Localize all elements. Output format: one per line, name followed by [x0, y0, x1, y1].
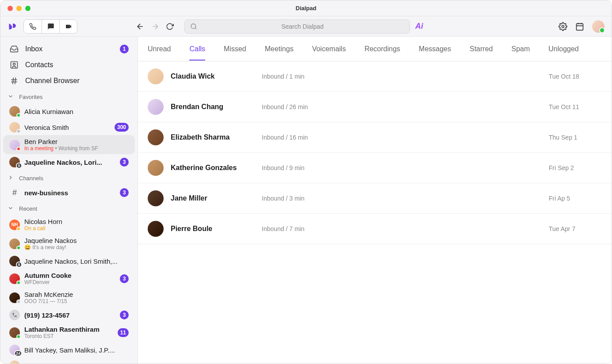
badge: 3: [120, 311, 129, 319]
video-button[interactable]: [59, 20, 77, 33]
tab-calls[interactable]: Calls: [189, 38, 205, 60]
toolbar: Ai: [0, 16, 612, 37]
app-logo[interactable]: [8, 21, 18, 32]
chevron-down-icon: [8, 93, 15, 101]
avatar: [148, 99, 164, 115]
tab-missed[interactable]: Missed: [224, 38, 246, 60]
section-label: Favorites: [19, 94, 42, 100]
call-date: Fri Sep 2: [549, 164, 602, 171]
recent-item[interactable]: 24 Bill Yackey, Sam Maliksi, J.P....: [3, 342, 135, 358]
channel-item[interactable]: # new-business 3: [3, 185, 135, 201]
call-name: Jane Miller: [171, 194, 255, 202]
search-box[interactable]: [184, 19, 410, 34]
refresh-button[interactable]: [166, 23, 174, 30]
ai-icon[interactable]: Ai: [415, 22, 423, 31]
call-name: Elizabeth Sharma: [171, 133, 255, 141]
calls-list: Claudia Wick Inbound / 1 min Tue Oct 18 …: [138, 61, 612, 364]
call-date: Fri Ap 5: [549, 195, 602, 202]
section-label: Recent: [19, 205, 37, 212]
nav-inbox[interactable]: Inbox 1: [0, 41, 138, 57]
badge: 11: [118, 328, 129, 337]
call-row[interactable]: Elizabeth Sharma Inbound / 16 min Thu Se…: [138, 122, 612, 153]
tab-unread[interactable]: Unread: [148, 38, 171, 60]
nav-contacts[interactable]: Contacts: [0, 57, 138, 73]
message-button[interactable]: [42, 20, 59, 33]
svg-point-2: [191, 24, 196, 29]
tab-messages[interactable]: Messages: [419, 38, 451, 60]
badge: 300: [115, 123, 129, 132]
contact-name: Alicia Kurniawan: [24, 108, 129, 115]
contact-name: Bill Yackey, Sam Maliksi, J.P....: [24, 346, 129, 354]
nav-label: Channel Browser: [25, 77, 80, 85]
tab-starred[interactable]: Starred: [470, 38, 493, 60]
recent-item[interactable]: Jaqueline Nackos 😄 It's a new day!: [3, 234, 135, 253]
contact-status: Toronto EST: [24, 333, 113, 339]
recent-header[interactable]: Recent: [0, 201, 138, 215]
favorite-item-selected[interactable]: Ben Parker In a meeting • Working from S…: [3, 135, 135, 154]
contact-name: Jaqueline Nackos: [24, 237, 129, 244]
calendar-button[interactable]: [575, 22, 584, 31]
hash-icon: [9, 76, 19, 85]
section-label: Channels: [19, 175, 43, 182]
phone-button[interactable]: [24, 20, 42, 33]
call-name: Brendan Chang: [171, 103, 255, 111]
call-detail: Inbound / 3 min: [262, 195, 542, 202]
window-title: Dialpad: [296, 5, 317, 11]
favorites-header[interactable]: Favorites: [0, 89, 138, 103]
call-row[interactable]: Jane Miller Inbound / 3 min Fri Ap 5: [138, 183, 612, 214]
favorite-item[interactable]: 9 Jaqueline Nackos, Lori... 3: [3, 154, 135, 170]
call-row[interactable]: Katherine Gonzales Inbound / 9 min Fri S…: [138, 153, 612, 183]
favorite-item[interactable]: Veronica Smith 300: [3, 119, 135, 135]
contact-name: Jaqueline Nackos, Lori Smith,...: [24, 258, 129, 265]
recent-item[interactable]: Dan OConnell: [3, 358, 135, 364]
call-date: Thu Sep 1: [549, 134, 602, 141]
contact-name: Sarah McKenzie: [24, 291, 129, 298]
svg-rect-5: [577, 23, 583, 30]
tab-meetings[interactable]: Meetings: [265, 38, 294, 60]
tab-spam[interactable]: Spam: [511, 38, 530, 60]
window-minimize-button[interactable]: [16, 6, 22, 11]
avatar: [148, 129, 164, 145]
back-button[interactable]: [136, 22, 145, 31]
search-icon: [190, 23, 197, 30]
contacts-icon: [9, 61, 19, 69]
call-detail: Inbound / 1 min: [262, 73, 542, 80]
contact-name: Lathankan Rasenthiram: [24, 326, 113, 333]
recent-item[interactable]: Lathankan Rasenthiram Toronto EST 11: [3, 323, 135, 342]
call-name: Katherine Gonzales: [171, 164, 255, 172]
call-detail: Inbound / 26 min: [262, 103, 542, 110]
contact-status: OOO 7/11 — 7/15: [24, 298, 129, 304]
phone-icon: [9, 310, 20, 320]
call-row[interactable]: Pierre Boule Inbound / 7 min Tue Apr 7: [138, 214, 612, 244]
contact-status: 😄 It's a new day!: [24, 244, 129, 250]
svg-point-4: [562, 25, 564, 27]
badge: 3: [120, 188, 129, 197]
contact-status: WFDenver: [24, 279, 115, 285]
nav-label: Contacts: [25, 61, 53, 69]
recent-item[interactable]: 9 Jaqueline Nackos, Lori Smith,...: [3, 253, 135, 269]
call-row[interactable]: Claudia Wick Inbound / 1 min Tue Oct 18: [138, 61, 612, 92]
call-row[interactable]: Brendan Chang Inbound / 26 min Tue Oct 1…: [138, 92, 612, 122]
chevron-down-icon: [8, 205, 15, 212]
settings-button[interactable]: [558, 22, 567, 31]
recent-item[interactable]: (919) 123-4567 3: [3, 307, 135, 323]
search-input[interactable]: [201, 23, 404, 30]
favorite-item[interactable]: Alicia Kurniawan: [3, 103, 135, 119]
badge: 3: [120, 158, 129, 167]
forward-button[interactable]: [151, 22, 160, 31]
window-close-button[interactable]: [8, 6, 13, 11]
contact-name: Jaqueline Nackos, Lori...: [24, 159, 115, 166]
inbox-icon: [9, 45, 19, 53]
window-maximize-button[interactable]: [25, 6, 31, 11]
recent-item[interactable]: Sarah McKenzie OOO 7/11 — 7/15: [3, 288, 135, 307]
tab-voicemails[interactable]: Voicemails: [312, 38, 346, 60]
nav-channel-browser[interactable]: Channel Browser: [0, 73, 138, 89]
recent-item[interactable]: NH Nicolas Horn On a call: [3, 215, 135, 234]
user-avatar[interactable]: [592, 20, 604, 33]
recent-item[interactable]: Autumn Cooke WFDenver 3: [3, 269, 135, 288]
tab-unlogged[interactable]: Unlogged: [548, 38, 579, 60]
channels-header[interactable]: Channels: [0, 170, 138, 185]
tab-recordings[interactable]: Recordings: [364, 38, 400, 60]
channel-name: new-business: [24, 189, 115, 197]
avatar: [148, 68, 164, 84]
